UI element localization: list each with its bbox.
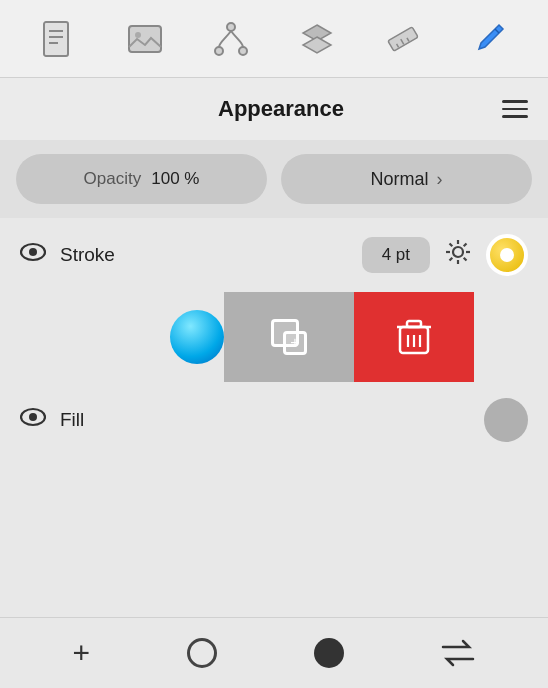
- top-toolbar: [0, 0, 548, 78]
- svg-line-24: [464, 244, 467, 247]
- stroke-color-circle[interactable]: [170, 292, 224, 382]
- circle-filled-icon: [314, 638, 344, 668]
- stroke-row: Stroke 4 pt: [0, 218, 548, 292]
- fill-color-swatch[interactable]: [484, 398, 528, 442]
- svg-line-23: [464, 258, 467, 261]
- fill-label: Fill: [60, 409, 470, 431]
- page-title: Appearance: [60, 96, 502, 122]
- stroke-visibility-toggle[interactable]: [20, 242, 46, 268]
- bottom-toolbar: +: [0, 617, 548, 688]
- mode-label: Normal: [370, 169, 428, 190]
- layers-icon[interactable]: [295, 17, 339, 61]
- opacity-value: 100 %: [151, 169, 199, 189]
- opacity-button[interactable]: Opacity 100 %: [16, 154, 267, 204]
- image-icon[interactable]: [123, 17, 167, 61]
- circle-outline-icon: [187, 638, 217, 668]
- svg-point-16: [29, 248, 37, 256]
- svg-line-25: [450, 258, 453, 261]
- swap-button[interactable]: [441, 639, 475, 667]
- svg-rect-11: [388, 26, 418, 50]
- stroke-label: Stroke: [60, 244, 348, 266]
- blue-color-swatch[interactable]: [170, 310, 224, 364]
- svg-point-33: [29, 413, 37, 421]
- duplicate-button[interactable]: +: [224, 292, 354, 382]
- path-icon[interactable]: [209, 17, 253, 61]
- circle-filled-button[interactable]: [314, 638, 344, 668]
- svg-rect-4: [129, 26, 161, 52]
- dup-front-card: +: [283, 331, 307, 355]
- fill-visibility-toggle[interactable]: [20, 407, 46, 433]
- stroke-settings-icon[interactable]: [444, 238, 472, 272]
- stroke-color-swatch[interactable]: [486, 234, 528, 276]
- hamburger-line: [502, 115, 528, 118]
- duplicate-icon: +: [271, 319, 307, 355]
- svg-marker-10: [303, 37, 331, 53]
- delete-button[interactable]: [354, 292, 474, 382]
- blend-mode-button[interactable]: Normal ›: [281, 154, 532, 204]
- svg-point-6: [227, 23, 235, 31]
- svg-point-17: [453, 247, 463, 257]
- appearance-header: Appearance: [0, 78, 548, 140]
- circle-outline-button[interactable]: [187, 638, 217, 668]
- svg-line-22: [450, 244, 453, 247]
- svg-point-8: [239, 47, 247, 55]
- hamburger-line: [502, 108, 528, 111]
- hamburger-line: [502, 100, 528, 103]
- stroke-width-badge[interactable]: 4 pt: [362, 237, 430, 273]
- ruler-icon[interactable]: [381, 17, 425, 61]
- opacity-label: Opacity: [84, 169, 142, 189]
- svg-rect-28: [407, 321, 421, 327]
- swap-icon: [441, 639, 475, 667]
- document-icon[interactable]: [37, 17, 81, 61]
- swipe-spacer: [0, 292, 170, 382]
- svg-rect-0: [44, 22, 68, 56]
- fill-row: Fill: [0, 382, 548, 458]
- add-button[interactable]: +: [73, 636, 91, 670]
- menu-button[interactable]: [502, 100, 528, 118]
- svg-point-5: [135, 32, 141, 38]
- trash-icon: [396, 317, 432, 357]
- svg-point-7: [215, 47, 223, 55]
- swipe-action-row: +: [0, 292, 548, 382]
- paint-brush-icon[interactable]: [467, 17, 511, 61]
- controls-row: Opacity 100 % Normal ›: [0, 140, 548, 218]
- chevron-right-icon: ›: [437, 169, 443, 190]
